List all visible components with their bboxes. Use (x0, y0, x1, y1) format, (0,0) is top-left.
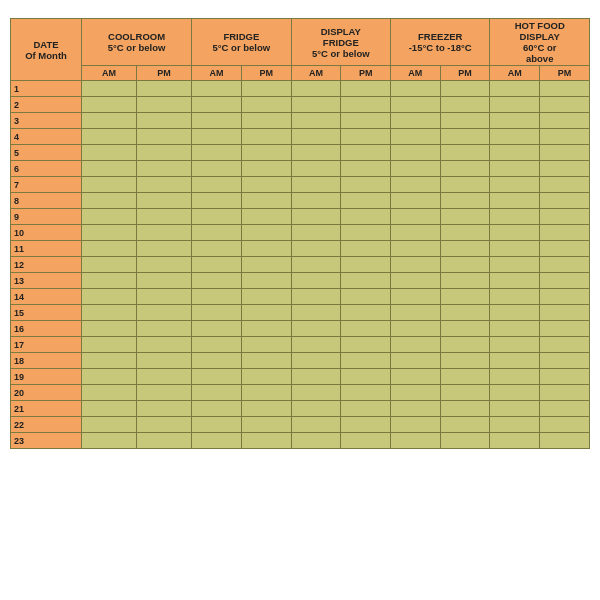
data-cell[interactable] (82, 337, 137, 353)
data-cell[interactable] (241, 321, 291, 337)
data-cell[interactable] (341, 129, 391, 145)
data-cell[interactable] (341, 257, 391, 273)
data-cell[interactable] (341, 209, 391, 225)
data-cell[interactable] (241, 353, 291, 369)
data-cell[interactable] (241, 161, 291, 177)
data-cell[interactable] (440, 337, 490, 353)
data-cell[interactable] (137, 289, 192, 305)
data-cell[interactable] (391, 257, 441, 273)
data-cell[interactable] (540, 161, 590, 177)
data-cell[interactable] (192, 193, 242, 209)
data-cell[interactable] (391, 113, 441, 129)
data-cell[interactable] (440, 209, 490, 225)
data-cell[interactable] (391, 289, 441, 305)
data-cell[interactable] (540, 241, 590, 257)
data-cell[interactable] (440, 353, 490, 369)
data-cell[interactable] (440, 385, 490, 401)
data-cell[interactable] (540, 369, 590, 385)
data-cell[interactable] (137, 385, 192, 401)
data-cell[interactable] (440, 113, 490, 129)
data-cell[interactable] (440, 161, 490, 177)
data-cell[interactable] (82, 385, 137, 401)
data-cell[interactable] (192, 257, 242, 273)
data-cell[interactable] (341, 289, 391, 305)
data-cell[interactable] (341, 321, 391, 337)
data-cell[interactable] (341, 417, 391, 433)
data-cell[interactable] (291, 337, 341, 353)
data-cell[interactable] (192, 353, 242, 369)
data-cell[interactable] (241, 401, 291, 417)
data-cell[interactable] (540, 129, 590, 145)
data-cell[interactable] (192, 177, 242, 193)
data-cell[interactable] (291, 401, 341, 417)
data-cell[interactable] (137, 193, 192, 209)
data-cell[interactable] (192, 433, 242, 449)
data-cell[interactable] (241, 257, 291, 273)
data-cell[interactable] (490, 161, 540, 177)
data-cell[interactable] (82, 113, 137, 129)
data-cell[interactable] (440, 241, 490, 257)
data-cell[interactable] (82, 209, 137, 225)
data-cell[interactable] (291, 273, 341, 289)
data-cell[interactable] (490, 193, 540, 209)
data-cell[interactable] (490, 113, 540, 129)
data-cell[interactable] (490, 289, 540, 305)
data-cell[interactable] (391, 177, 441, 193)
data-cell[interactable] (82, 225, 137, 241)
data-cell[interactable] (291, 369, 341, 385)
data-cell[interactable] (490, 209, 540, 225)
data-cell[interactable] (82, 161, 137, 177)
data-cell[interactable] (192, 129, 242, 145)
data-cell[interactable] (490, 177, 540, 193)
data-cell[interactable] (540, 257, 590, 273)
data-cell[interactable] (82, 417, 137, 433)
data-cell[interactable] (490, 337, 540, 353)
data-cell[interactable] (241, 241, 291, 257)
data-cell[interactable] (391, 433, 441, 449)
data-cell[interactable] (391, 209, 441, 225)
data-cell[interactable] (192, 337, 242, 353)
data-cell[interactable] (391, 81, 441, 97)
data-cell[interactable] (391, 417, 441, 433)
data-cell[interactable] (241, 273, 291, 289)
data-cell[interactable] (440, 417, 490, 433)
data-cell[interactable] (137, 97, 192, 113)
data-cell[interactable] (540, 209, 590, 225)
data-cell[interactable] (540, 417, 590, 433)
data-cell[interactable] (137, 113, 192, 129)
data-cell[interactable] (137, 273, 192, 289)
data-cell[interactable] (82, 241, 137, 257)
data-cell[interactable] (137, 241, 192, 257)
data-cell[interactable] (440, 289, 490, 305)
data-cell[interactable] (137, 337, 192, 353)
data-cell[interactable] (440, 225, 490, 241)
data-cell[interactable] (137, 353, 192, 369)
data-cell[interactable] (341, 305, 391, 321)
data-cell[interactable] (391, 305, 441, 321)
data-cell[interactable] (241, 225, 291, 241)
data-cell[interactable] (540, 273, 590, 289)
data-cell[interactable] (440, 305, 490, 321)
data-cell[interactable] (137, 161, 192, 177)
data-cell[interactable] (540, 177, 590, 193)
data-cell[interactable] (540, 337, 590, 353)
data-cell[interactable] (291, 225, 341, 241)
data-cell[interactable] (241, 209, 291, 225)
data-cell[interactable] (391, 273, 441, 289)
data-cell[interactable] (490, 81, 540, 97)
data-cell[interactable] (540, 225, 590, 241)
data-cell[interactable] (391, 97, 441, 113)
data-cell[interactable] (291, 113, 341, 129)
data-cell[interactable] (341, 401, 391, 417)
data-cell[interactable] (241, 177, 291, 193)
data-cell[interactable] (291, 129, 341, 145)
data-cell[interactable] (241, 97, 291, 113)
data-cell[interactable] (440, 193, 490, 209)
data-cell[interactable] (82, 273, 137, 289)
data-cell[interactable] (391, 193, 441, 209)
data-cell[interactable] (82, 177, 137, 193)
data-cell[interactable] (192, 273, 242, 289)
data-cell[interactable] (391, 225, 441, 241)
data-cell[interactable] (291, 321, 341, 337)
data-cell[interactable] (490, 385, 540, 401)
